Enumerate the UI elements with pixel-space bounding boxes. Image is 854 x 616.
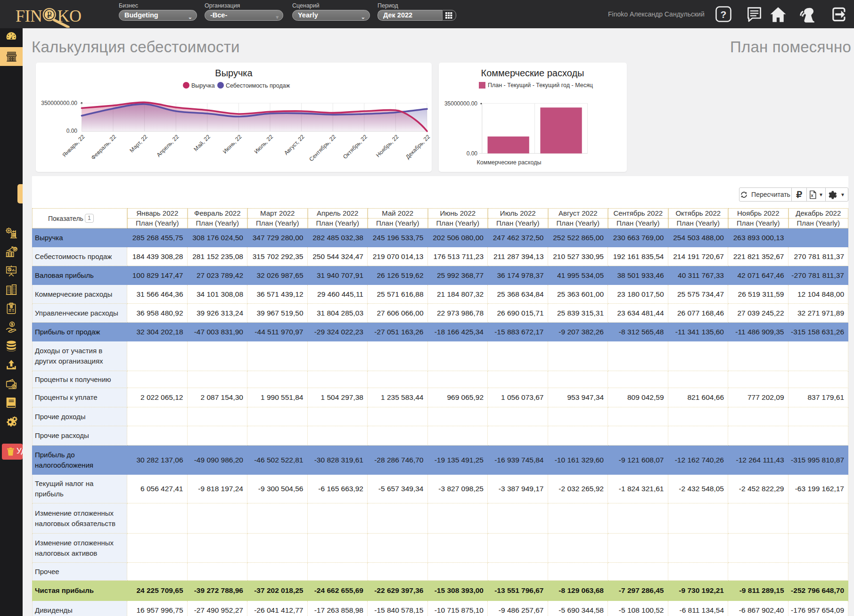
svg-text:350000000.00: 350000000.00: [41, 100, 77, 106]
svg-text:Себестоимость продаж: Себестоимость продаж: [226, 82, 290, 89]
svg-text:0.00: 0.00: [467, 150, 478, 157]
svg-text:?: ?: [721, 9, 727, 20]
svg-text:35000000.00: 35000000.00: [444, 100, 477, 107]
svg-text:P: P: [47, 10, 52, 20]
svg-text:0.00: 0.00: [66, 128, 78, 134]
svg-text:Май, 22: Май, 22: [192, 133, 212, 153]
svg-text:Январь, 22: Январь, 22: [61, 133, 86, 158]
svg-text:KO: KO: [57, 7, 82, 25]
svg-text:Ноябрь, 22: Ноябрь, 22: [375, 133, 400, 159]
svg-text:Апрель, 22: Апрель, 22: [155, 133, 180, 158]
svg-text:Октябрь, 22: Октябрь, 22: [342, 133, 369, 160]
svg-text:Выручка: Выручка: [215, 68, 253, 78]
svg-text:Декабрь, 22: Декабрь, 22: [404, 133, 431, 160]
svg-text:Август, 22: Август, 22: [283, 133, 306, 156]
svg-text:FIN: FIN: [16, 7, 42, 25]
svg-text:Сентябрь, 22: Сентябрь, 22: [308, 133, 337, 162]
svg-text:Коммерческие расходы: Коммерческие расходы: [477, 159, 542, 166]
svg-text:Июнь, 22: Июнь, 22: [222, 133, 243, 155]
svg-text:Март, 22: Март, 22: [128, 133, 149, 154]
svg-text:План - Текущий - Текущий год -: План - Текущий - Текущий год - Месяц: [488, 82, 593, 89]
svg-text:Выручка: Выручка: [191, 82, 215, 89]
svg-text:Коммерческие расходы: Коммерческие расходы: [481, 68, 584, 78]
svg-text:Февраль, 22: Февраль, 22: [90, 133, 118, 161]
svg-text:Июль, 22: Июль, 22: [253, 133, 274, 155]
svg-text:x: x: [811, 193, 814, 198]
